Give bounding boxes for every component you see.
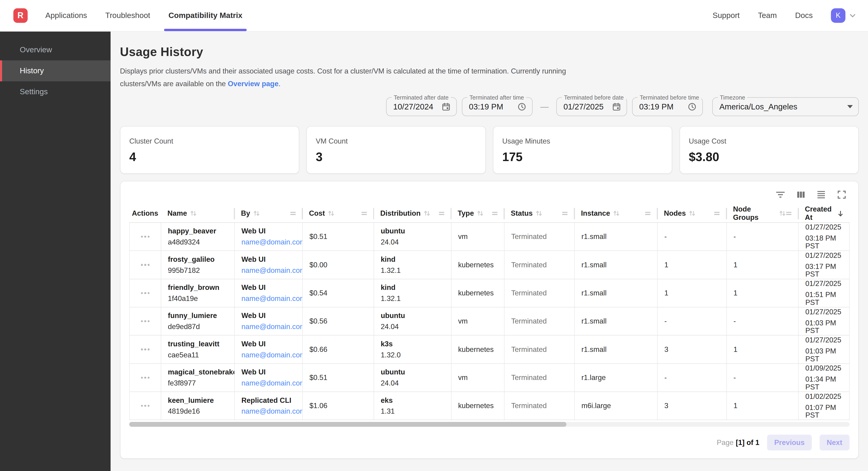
- calendar-icon[interactable]: [441, 102, 451, 112]
- column-header-cost[interactable]: Cost: [302, 205, 374, 223]
- type-value: kubernetes: [458, 261, 500, 269]
- row-actions-button[interactable]: [139, 290, 152, 296]
- density-icon[interactable]: [816, 189, 827, 200]
- next-page-button[interactable]: Next: [819, 435, 849, 451]
- columns-icon[interactable]: [795, 189, 806, 200]
- user-email-link[interactable]: name@domain.com: [241, 407, 298, 415]
- column-header-node-groups[interactable]: Node Groups: [726, 205, 798, 223]
- replicated-logo[interactable]: R: [13, 8, 28, 23]
- status-cell: Terminated: [504, 251, 575, 278]
- clock-icon[interactable]: [517, 102, 527, 112]
- column-menu-icon[interactable]: [439, 211, 447, 215]
- row-actions-button[interactable]: [139, 318, 152, 324]
- row-actions-button[interactable]: [139, 233, 152, 240]
- column-header-distribution[interactable]: Distribution: [374, 205, 451, 223]
- stat-card-usage-minutes: Usage Minutes 175: [493, 126, 672, 174]
- column-menu-icon[interactable]: [362, 211, 369, 215]
- nav-item-docs[interactable]: Docs: [795, 11, 813, 20]
- column-menu-icon[interactable]: [492, 211, 500, 215]
- user-email-link[interactable]: name@domain.com: [241, 351, 298, 359]
- timezone-select[interactable]: Timezone America/Los_Angeles: [712, 97, 859, 116]
- type-cell: kubernetes: [452, 251, 504, 278]
- distribution-name: kind: [381, 256, 447, 263]
- sort-icon[interactable]: [328, 209, 335, 217]
- sort-icon[interactable]: [424, 209, 431, 217]
- cost-value: $0.56: [309, 317, 369, 325]
- terminated-after-date-field[interactable]: Terminated after date 10/27/2024: [386, 97, 457, 116]
- sort-desc-icon[interactable]: [837, 210, 844, 217]
- row-actions-button[interactable]: [139, 346, 152, 353]
- row-actions-button[interactable]: [139, 403, 152, 409]
- column-label: Node Groups: [733, 205, 776, 222]
- node-groups-cell: -: [727, 307, 799, 335]
- user-email-link[interactable]: name@domain.com: [241, 238, 298, 246]
- created-time: 01:51 PM PST: [805, 291, 844, 306]
- column-label: Cost: [309, 209, 325, 217]
- nav-item-applications[interactable]: Applications: [45, 0, 87, 31]
- user-email-link[interactable]: name@domain.com: [241, 323, 298, 331]
- column-menu-icon[interactable]: [786, 211, 794, 215]
- name-cell: trusting_leavitt cae5ea11: [161, 335, 235, 363]
- nav-item-team[interactable]: Team: [758, 11, 777, 20]
- cost-cell: $0.00: [303, 251, 374, 278]
- distribution-cell: kind 1.32.1: [374, 251, 452, 278]
- horizontal-scrollbar-thumb[interactable]: [129, 422, 566, 427]
- avatar[interactable]: K: [831, 8, 845, 23]
- column-label: Type: [458, 209, 474, 217]
- terminated-after-time-field[interactable]: Terminated after time 03:19 PM: [462, 97, 533, 116]
- column-menu-icon[interactable]: [714, 211, 722, 215]
- column-header-status[interactable]: Status: [504, 205, 574, 223]
- previous-page-button[interactable]: Previous: [767, 435, 812, 451]
- sidebar-item-overview[interactable]: Overview: [0, 39, 111, 60]
- account-menu[interactable]: K: [831, 8, 857, 23]
- instance-value: r1.small: [582, 317, 653, 325]
- column-label: Instance: [581, 209, 610, 217]
- fullscreen-icon[interactable]: [836, 189, 847, 200]
- nav-item-troubleshoot[interactable]: Troubleshoot: [105, 0, 150, 31]
- column-header-name[interactable]: Name: [161, 205, 234, 223]
- column-menu-icon[interactable]: [290, 211, 298, 215]
- sort-icon[interactable]: [779, 209, 786, 217]
- sort-icon[interactable]: [190, 209, 197, 217]
- column-menu-icon[interactable]: [562, 211, 570, 215]
- name-cell: frosty_galileo 995b7182: [161, 251, 235, 278]
- terminated-before-time-field[interactable]: Terminated before time 03:19 PM: [632, 97, 703, 116]
- row-actions-button[interactable]: [139, 262, 152, 268]
- created-at-cell: 01/27/2025 01:51 PM PST: [799, 279, 849, 307]
- column-header-instance[interactable]: Instance: [574, 205, 657, 223]
- overview-page-link[interactable]: Overview page: [228, 80, 279, 88]
- sort-icon[interactable]: [688, 209, 696, 217]
- column-menu-icon[interactable]: [645, 211, 653, 215]
- cost-cell: $0.66: [303, 335, 374, 363]
- sort-icon[interactable]: [476, 209, 484, 217]
- node-groups-value: -: [734, 233, 794, 241]
- cluster-name: funny_lumiere: [168, 312, 230, 320]
- column-header-type[interactable]: Type: [451, 205, 504, 223]
- cost-cell: $0.56: [303, 307, 374, 335]
- nodes-cell: -: [658, 223, 727, 251]
- cost-value: $0.66: [309, 346, 369, 353]
- instance-value: r1.small: [582, 346, 653, 353]
- user-email-link[interactable]: name@domain.com: [241, 267, 298, 274]
- sidebar-item-settings[interactable]: Settings: [0, 81, 111, 102]
- row-actions-button[interactable]: [139, 375, 152, 381]
- column-header-created-at[interactable]: Created At: [798, 205, 848, 223]
- cost-value: $1.06: [309, 402, 369, 410]
- filter-icon[interactable]: [775, 189, 786, 200]
- sidebar-item-history[interactable]: History: [0, 60, 111, 81]
- user-email-link[interactable]: name@domain.com: [241, 379, 298, 387]
- column-header-by[interactable]: By: [234, 205, 302, 223]
- terminated-before-date-field[interactable]: Terminated before date 01/27/2025: [556, 97, 627, 116]
- clock-icon[interactable]: [687, 102, 697, 112]
- nav-item-support[interactable]: Support: [713, 11, 740, 20]
- calendar-icon[interactable]: [612, 102, 621, 112]
- user-email-link[interactable]: name@domain.com: [241, 295, 298, 302]
- table-row: trusting_leavitt cae5ea11 Web UI name@do…: [130, 335, 849, 364]
- column-header-nodes[interactable]: Nodes: [657, 205, 726, 223]
- sort-icon[interactable]: [253, 209, 260, 217]
- stat-label: VM Count: [316, 137, 476, 145]
- sort-icon[interactable]: [535, 209, 542, 217]
- actions-cell: [130, 251, 161, 278]
- nav-item-compatibility-matrix[interactable]: Compatibility Matrix: [168, 0, 242, 31]
- sort-icon[interactable]: [613, 209, 620, 217]
